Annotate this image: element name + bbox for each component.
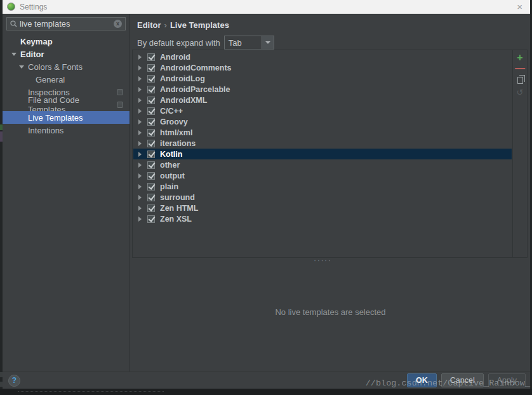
ok-button[interactable]: OK — [407, 373, 437, 387]
add-glyph: + — [517, 53, 522, 62]
sidebar-item-intentions[interactable]: Intentions — [3, 124, 130, 137]
template-group-label: iterations — [160, 139, 196, 148]
sidebar-item-live-templates[interactable]: Live Templates — [3, 111, 130, 124]
expand-arrow-icon[interactable] — [138, 55, 142, 60]
restore-default-glyph: ↺ — [517, 88, 524, 97]
checkbox-checked[interactable] — [147, 118, 155, 126]
checkbox-checked[interactable] — [147, 161, 155, 169]
checkbox-checked[interactable] — [147, 215, 155, 223]
expand-arrow-icon[interactable] — [138, 141, 142, 146]
close-icon[interactable]: × — [509, 2, 530, 11]
expand-with-value[interactable]: Tab — [224, 36, 262, 50]
add-icon[interactable]: + — [513, 52, 527, 63]
checkbox-checked[interactable] — [147, 107, 155, 115]
template-group-label: surround — [160, 193, 195, 202]
search-input[interactable] — [17, 19, 114, 29]
template-group-c-c[interactable]: C/C++ — [133, 105, 512, 116]
settings-search-box[interactable]: x — [6, 17, 126, 30]
expand-arrow-icon[interactable] — [138, 163, 142, 168]
expand-arrow-icon[interactable] — [138, 76, 142, 81]
sidebar-item-colors-fonts[interactable]: Colors & Fonts — [3, 60, 130, 73]
template-group-androidlog[interactable]: AndroidLog — [133, 73, 512, 84]
settings-dialog: x KeymapEditorColors & FontsGeneralInspe… — [3, 14, 530, 389]
template-group-zen-html[interactable]: Zen HTML — [133, 203, 512, 213]
template-group-iterations[interactable]: iterations — [133, 138, 512, 149]
expand-arrow-icon[interactable] — [138, 119, 142, 124]
checkbox-checked[interactable] — [147, 64, 155, 72]
sidebar-item-label: Intentions — [28, 126, 63, 135]
settings-content: Editor›Live Templates By default expand … — [131, 14, 530, 372]
search-icon — [10, 20, 17, 27]
template-group-kotlin[interactable]: Kotlin — [133, 149, 512, 159]
expand-arrow-icon[interactable] — [138, 98, 142, 103]
checkbox-checked[interactable] — [147, 97, 155, 104]
checkbox-checked[interactable] — [147, 53, 155, 61]
help-button[interactable]: ? — [8, 375, 20, 387]
template-groups-list: AndroidAndroidCommentsAndroidLogAndroidP… — [133, 51, 512, 257]
restore-default-icon[interactable]: ↺ — [513, 84, 527, 95]
template-group-groovy[interactable]: Groovy — [133, 116, 512, 127]
template-group-label: AndroidLog — [160, 74, 205, 83]
expand-arrow-icon[interactable] — [138, 152, 142, 157]
sidebar-item-general[interactable]: General — [3, 73, 130, 86]
background-strip-bottom — [0, 389, 532, 395]
checkbox-checked[interactable] — [147, 75, 155, 83]
expand-arrow-icon[interactable] — [19, 65, 24, 69]
expand-arrow-icon[interactable] — [138, 217, 142, 222]
template-group-label: Groovy — [160, 117, 188, 126]
template-group-androidxml[interactable]: AndroidXML — [133, 95, 512, 105]
combobox-arrow-button[interactable] — [262, 36, 274, 50]
expand-arrow-icon[interactable] — [138, 130, 142, 135]
breadcrumb-current: Live Templates — [170, 20, 229, 30]
checkbox-checked[interactable] — [147, 194, 155, 201]
sidebar-item-editor[interactable]: Editor — [3, 48, 130, 60]
checkbox-checked[interactable] — [147, 151, 155, 158]
expand-with-label: By default expand with — [137, 38, 220, 48]
project-settings-badge-icon — [117, 102, 123, 108]
chevron-down-icon — [265, 41, 270, 44]
template-group-plain[interactable]: plain — [133, 181, 512, 192]
checkbox-checked[interactable] — [147, 204, 155, 212]
duplicate-icon[interactable] — [513, 74, 527, 84]
sidebar-item-file-and-code-templates[interactable]: File and Code Templates — [3, 98, 130, 111]
checkbox-checked[interactable] — [147, 172, 155, 180]
template-group-android[interactable]: Android — [133, 51, 512, 62]
expand-arrow-icon[interactable] — [138, 184, 142, 189]
template-group-surround[interactable]: surround — [133, 192, 512, 203]
apply-button[interactable]: Apply — [488, 373, 526, 387]
expand-arrow-icon[interactable] — [11, 53, 17, 56]
cancel-button[interactable]: Cancel — [441, 373, 484, 387]
expand-arrow-icon[interactable] — [138, 65, 142, 70]
template-group-label: Zen XSL — [160, 215, 192, 224]
expand-with-combobox[interactable]: Tab — [224, 36, 274, 50]
template-group-label: AndroidParcelable — [160, 85, 230, 94]
screenshot-root: Settings × x KeymapEditorColors & FontsG… — [0, 0, 532, 395]
sidebar-item-label: General — [36, 75, 65, 84]
sidebar-item-label: Colors & Fonts — [28, 62, 83, 72]
template-group-output[interactable]: output — [133, 170, 512, 181]
template-group-label: output — [160, 171, 185, 180]
expand-arrow-icon[interactable] — [138, 206, 142, 211]
template-group-label: C/C++ — [160, 107, 183, 116]
checkbox-checked[interactable] — [147, 140, 155, 147]
remove-icon[interactable]: — — [513, 63, 527, 74]
checkbox-checked[interactable] — [147, 129, 155, 137]
project-settings-badge-icon — [117, 89, 123, 95]
sidebar-item-keymap[interactable]: Keymap — [3, 35, 130, 48]
template-group-androidcomments[interactable]: AndroidComments — [133, 62, 512, 73]
clear-search-icon[interactable]: x — [114, 20, 122, 28]
expand-arrow-icon[interactable] — [138, 109, 142, 114]
settings-tree: KeymapEditorColors & FontsGeneralInspect… — [3, 35, 130, 137]
template-group-androidparcelable[interactable]: AndroidParcelable — [133, 84, 512, 95]
checkbox-checked[interactable] — [147, 86, 155, 93]
template-group-html-xml[interactable]: html/xml — [133, 127, 512, 138]
app-icon — [7, 3, 15, 11]
expand-arrow-icon[interactable] — [138, 195, 142, 200]
splitter-grip[interactable]: ····· — [131, 258, 515, 263]
expand-arrow-icon[interactable] — [138, 173, 142, 178]
expand-arrow-icon[interactable] — [138, 87, 142, 92]
template-group-other[interactable]: other — [133, 159, 512, 170]
template-group-zen-xsl[interactable]: Zen XSL — [133, 213, 512, 224]
template-group-label: Android — [160, 53, 190, 62]
checkbox-checked[interactable] — [147, 183, 155, 191]
